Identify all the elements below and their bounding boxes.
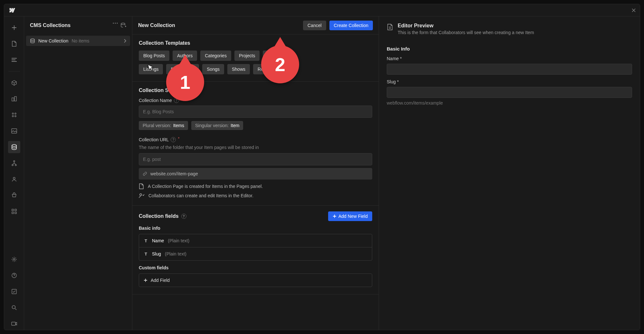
page-icon — [139, 183, 144, 189]
svg-point-10 — [15, 164, 16, 166]
svg-rect-14 — [12, 212, 14, 214]
logic-icon[interactable] — [8, 157, 20, 169]
text-type-icon: T — [144, 252, 148, 256]
settings-icon[interactable] — [8, 253, 20, 265]
text-type-icon: T — [144, 238, 148, 243]
chevron-right-icon — [124, 39, 126, 43]
svg-rect-20 — [12, 322, 15, 325]
preview-slug-input[interactable] — [387, 87, 632, 98]
cms-icon[interactable] — [8, 141, 20, 153]
link-icon — [143, 172, 147, 176]
svg-rect-6 — [12, 129, 17, 133]
template-shows[interactable]: Shows — [227, 64, 250, 74]
collection-list: New Collection No items — [24, 34, 132, 47]
video-icon[interactable] — [8, 318, 20, 330]
field-row-name[interactable]: T Name (Plain text) — [139, 234, 372, 247]
preview-basic-heading: Basic Info — [387, 46, 632, 51]
users-icon[interactable] — [8, 173, 20, 185]
cancel-button[interactable]: Cancel — [303, 21, 326, 30]
svg-point-8 — [14, 161, 15, 162]
add-new-field-label: Add New Field — [338, 214, 368, 219]
field-type: (Plain text) — [165, 251, 186, 256]
main-title: New Collection — [138, 23, 300, 28]
preview-name-input[interactable] — [387, 64, 632, 75]
search-icon[interactable] — [8, 302, 20, 314]
components-icon[interactable] — [8, 77, 20, 89]
svg-point-21 — [113, 23, 114, 23]
basic-fields-box: T Name (Plain text) T Slug (Plain text) — [139, 234, 372, 261]
collection-url-input[interactable] — [139, 153, 372, 165]
preview-url-hint: webflow.com/items/example — [387, 100, 632, 106]
info-page-created-text: A Collection Page is created for Items i… — [148, 184, 263, 189]
help-icon[interactable]: ? — [181, 214, 186, 219]
svg-point-22 — [115, 23, 116, 23]
create-collection-button[interactable]: Create Collection — [329, 21, 373, 30]
custom-fields-heading: Custom fields — [139, 265, 372, 270]
close-icon[interactable] — [631, 8, 636, 13]
add-icon[interactable] — [8, 22, 20, 34]
template-songs[interactable]: Songs — [202, 64, 224, 74]
template-categories[interactable]: Categories — [200, 51, 231, 61]
topbar — [4, 4, 640, 16]
collaborator-icon — [139, 193, 145, 198]
body: CMS Collections New Collection No — [4, 16, 640, 330]
template-projects[interactable]: Projects — [234, 51, 260, 61]
svg-rect-1 — [14, 97, 16, 101]
app-window: CMS Collections New Collection No — [4, 4, 640, 330]
required-star: * — [178, 136, 179, 141]
field-row-slug[interactable]: T Slug (Plain text) — [139, 247, 372, 260]
svg-rect-0 — [12, 98, 14, 101]
preview-title: Editor Preview — [398, 23, 534, 29]
ecommerce-icon[interactable] — [8, 189, 20, 201]
collection-name-label: Collection Name ? * — [139, 98, 372, 103]
collection-url-label: Collection URL ? * — [139, 137, 372, 142]
url-preview-text: website.com//item-page — [150, 171, 198, 176]
svg-rect-18 — [12, 289, 16, 294]
svg-point-2 — [12, 113, 14, 114]
new-collection-icon[interactable] — [120, 23, 126, 28]
svg-point-16 — [13, 259, 15, 260]
preview-body: Basic Info Name * Slug * webflow.com/ite… — [379, 39, 640, 113]
preview-name-label: Name * — [387, 56, 632, 61]
navigator-icon[interactable] — [8, 54, 20, 66]
apps-icon[interactable] — [8, 205, 20, 218]
svg-point-5 — [15, 116, 16, 117]
checklist-icon[interactable] — [8, 285, 20, 298]
preview-header: Editor Preview This is the form that Col… — [379, 16, 640, 39]
collection-url-desc: The name of the folder that your Item pa… — [139, 145, 372, 150]
info-collaborators: Collaborators can create and edit Items … — [139, 193, 372, 198]
info-page-created: A Collection Page is created for Items i… — [139, 183, 372, 189]
assets-icon[interactable] — [8, 125, 20, 137]
main-header: New Collection Cancel Create Collection — [132, 16, 379, 34]
basic-info-heading: Basic info — [139, 226, 372, 231]
template-blog-posts[interactable]: Blog Posts — [139, 51, 169, 61]
main-panel: New Collection Cancel Create Collection … — [132, 16, 379, 330]
brand-logo — [8, 8, 15, 13]
collection-name-input[interactable] — [139, 106, 372, 118]
add-new-field-button[interactable]: Add New Field — [328, 211, 372, 221]
annotation-number: 1 — [180, 71, 190, 93]
panel-more-icon[interactable] — [113, 23, 118, 28]
templates-row-1: Blog Posts Authors Categories Projects C… — [139, 51, 372, 61]
svg-point-9 — [12, 164, 13, 166]
collection-name-label-text: Collection Name — [139, 98, 172, 103]
fields-section: Collection fields ? Add New Field Basic … — [132, 206, 379, 294]
collection-list-item[interactable]: New Collection No items — [26, 36, 130, 46]
templates-heading: Collection Templates — [139, 40, 372, 46]
collection-item-meta: No items — [71, 38, 120, 43]
add-field-row[interactable]: Add Field — [139, 274, 372, 287]
styles-icon[interactable] — [8, 109, 20, 121]
variables-icon[interactable] — [8, 93, 20, 105]
annotation-callout-1: 1 — [166, 63, 204, 101]
help-icon[interactable]: ? — [171, 137, 176, 142]
svg-point-24 — [121, 23, 125, 24]
svg-point-11 — [13, 177, 15, 179]
collection-stack-icon — [30, 38, 35, 43]
help-icon[interactable] — [8, 269, 20, 282]
version-chips: Plural version: Items Singular version: … — [139, 121, 372, 130]
singular-version-chip: Singular version: Item — [191, 121, 243, 130]
collections-header: CMS Collections — [24, 16, 132, 34]
form-icon — [387, 23, 393, 31]
main-content: New Collection Cancel Create Collection … — [132, 16, 379, 330]
page-icon[interactable] — [8, 38, 20, 50]
